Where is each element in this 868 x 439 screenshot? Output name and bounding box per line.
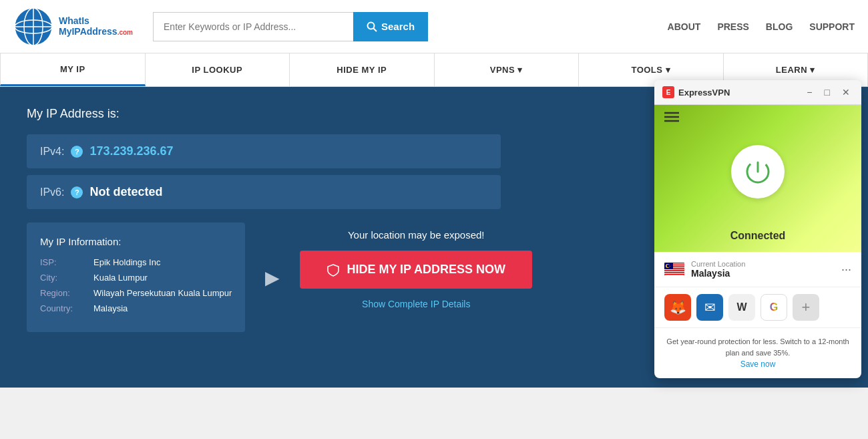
country-row: Country: Malaysia — [40, 303, 232, 313]
location-info: Current Location Malaysia — [691, 260, 835, 279]
location-warning: Your location may be exposed! — [348, 229, 485, 241]
logo-globe-icon — [13, 7, 53, 47]
popup-power-button[interactable] — [731, 145, 785, 198]
nav-item-ip-lookup[interactable]: IP LOOKUP — [146, 53, 290, 86]
popup-restore-btn[interactable]: □ — [821, 86, 833, 99]
shortcut-mail[interactable]: ✉ — [696, 294, 723, 321]
svg-rect-35 — [664, 272, 684, 273]
hamburger-icon — [664, 112, 679, 122]
search-area: Search — [153, 12, 433, 41]
isp-value: Epik Holdings Inc — [93, 257, 160, 267]
logo-text: WhatIs MyIPAddress.com — [59, 16, 133, 37]
popup-shortcuts: 🦊 ✉ W G + — [654, 287, 861, 328]
ipv6-info-icon[interactable]: ? — [71, 186, 83, 198]
city-label: City: — [40, 273, 87, 283]
popup-logo: E ExpressVPN — [662, 86, 798, 98]
region-label: Region: — [40, 288, 87, 298]
current-location-label: Current Location — [691, 260, 835, 268]
svg-rect-37 — [664, 274, 684, 275]
svg-point-6 — [368, 22, 375, 29]
shortcut-add[interactable]: + — [793, 294, 819, 321]
header-nav-press[interactable]: PRESS — [717, 21, 748, 32]
arrow-indicator: ▶ — [265, 223, 280, 332]
popup-titlebar: E ExpressVPN − □ ✕ — [654, 80, 861, 105]
ipv4-label: IPv4: — [40, 146, 64, 158]
current-location-value: Malaysia — [691, 268, 835, 279]
ip-info-box: My IP Information: ISP: Epik Holdings In… — [27, 223, 245, 332]
svg-point-41 — [667, 265, 670, 267]
nav-item-vpns[interactable]: VPNs ▾ — [435, 53, 580, 86]
shield-icon — [327, 263, 340, 277]
ip-info-title: My IP Information: — [40, 236, 232, 247]
logo-area: WhatIs MyIPAddress.com — [13, 7, 133, 47]
country-label: Country: — [40, 303, 87, 313]
svg-line-7 — [374, 28, 377, 31]
connected-status-text: Connected — [654, 230, 861, 242]
header-nav-about[interactable]: ABOUT — [668, 21, 701, 32]
ipv4-box: IPv4: ? 173.239.236.67 — [27, 134, 501, 168]
svg-rect-32 — [664, 269, 684, 270]
shortcut-wikipedia[interactable]: W — [728, 294, 755, 321]
popup-minimize-btn[interactable]: − — [803, 86, 815, 99]
ipv4-info-icon[interactable]: ? — [71, 146, 83, 158]
popup-promo: Get year-round protection for less. Swit… — [654, 328, 861, 378]
region-value: Wilayah Persekutuan Kuala Lumpur — [93, 288, 232, 298]
ipv4-value-link[interactable]: 173.239.236.67 — [89, 144, 173, 158]
header-nav-support[interactable]: SUPPORT — [809, 21, 855, 32]
city-value: Kuala Lumpur — [93, 273, 148, 283]
header-nav-blog[interactable]: BLOG — [766, 21, 793, 32]
shortcut-firefox[interactable]: 🦊 — [664, 294, 691, 321]
ipv6-box: IPv6: ? Not detected — [27, 175, 501, 209]
expressvpn-logo-icon: E — [662, 86, 674, 98]
popup-title: ExpressVPN — [678, 88, 730, 98]
city-row: City: Kuala Lumpur — [40, 273, 232, 283]
popup-close-btn[interactable]: ✕ — [839, 86, 853, 99]
popup-location-row: Current Location Malaysia ··· — [654, 252, 861, 287]
promo-text: Get year-round protection for less. Swit… — [666, 337, 849, 357]
isp-label: ISP: — [40, 257, 87, 267]
header-nav: ABOUT PRESS BLOG SUPPORT — [668, 21, 855, 32]
isp-row: ISP: Epik Holdings Inc — [40, 257, 232, 267]
hide-ip-button[interactable]: HIDE MY IP ADDRESS NOW — [300, 251, 532, 289]
country-value: Malaysia — [93, 303, 128, 313]
svg-rect-33 — [664, 270, 684, 271]
malaysia-flag-svg — [664, 263, 684, 276]
expressvpn-popup: E ExpressVPN − □ ✕ Connected — [654, 80, 861, 378]
hide-ip-section: Your location may be exposed! HIDE MY IP… — [300, 223, 532, 332]
svg-rect-38 — [664, 275, 684, 276]
popup-menu-icon[interactable] — [664, 112, 679, 125]
search-button[interactable]: Search — [353, 12, 428, 41]
power-icon — [744, 158, 771, 185]
ipv6-value: Not detected — [89, 185, 162, 199]
location-options-btn[interactable]: ··· — [841, 263, 851, 277]
nav-item-my-ip[interactable]: MY IP — [0, 53, 146, 86]
malaysia-flag-icon — [664, 263, 684, 276]
svg-rect-34 — [664, 271, 684, 272]
region-row: Region: Wilayah Persekutuan Kuala Lumpur — [40, 288, 232, 298]
shortcut-google[interactable]: G — [761, 294, 787, 321]
page-header: WhatIs MyIPAddress.com Search ABOUT PRES… — [0, 0, 868, 53]
svg-rect-36 — [664, 273, 684, 274]
promo-save-link[interactable]: Save now — [740, 359, 776, 369]
ipv6-label: IPv6: — [40, 186, 64, 198]
show-complete-link[interactable]: Show Complete IP Details — [362, 299, 470, 309]
popup-body: Connected — [654, 105, 861, 252]
search-icon — [367, 21, 377, 32]
search-input[interactable] — [153, 12, 353, 41]
nav-item-hide-my-ip[interactable]: HIDE MY IP — [290, 53, 435, 86]
